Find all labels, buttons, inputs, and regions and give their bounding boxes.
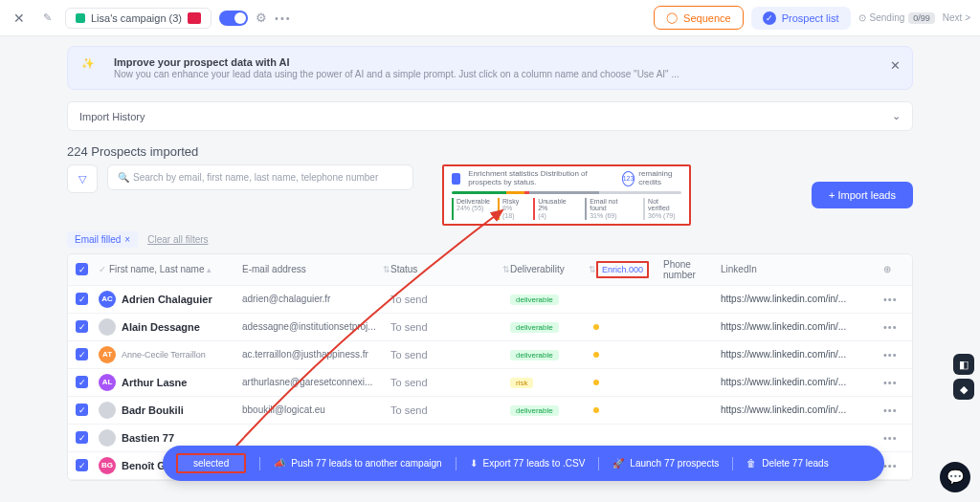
col-status[interactable]: Status <box>390 264 417 274</box>
prospect-name[interactable]: Alain Dessagne <box>122 321 200 333</box>
row-more-icon[interactable]: ••• <box>883 377 902 388</box>
download-icon: ⬇ <box>470 458 478 469</box>
widget-1[interactable]: ◧ <box>953 354 974 375</box>
sending-label: Sending <box>870 12 905 23</box>
avatar <box>99 402 116 419</box>
stat-cat-name: Unusable 2% <box>538 198 577 212</box>
more-icon[interactable]: ••• <box>275 12 292 24</box>
avatar: AL <box>99 374 116 391</box>
row-checkbox[interactable]: ✓ <box>76 376 88 388</box>
dollar-icon: ⊙ <box>858 12 866 23</box>
prospect-name[interactable]: Arthur Lasne <box>122 377 187 388</box>
search-input[interactable]: 🔍Search by email, first name, last name,… <box>107 164 413 190</box>
prospect-status: To send <box>390 377 510 388</box>
col-deliverability[interactable]: Deliverability <box>510 264 565 274</box>
linkedin-link[interactable]: https://www.linkedin.com/in/... <box>721 377 883 387</box>
sort-icon[interactable]: ▴ <box>207 265 212 274</box>
row-checkbox[interactable]: ✓ <box>76 320 88 333</box>
linkedin-link[interactable]: https://www.linkedin.com/in/... <box>721 321 883 332</box>
bulk-action-bar: selected 📣Push 77 leads to another campa… <box>163 446 884 481</box>
prospect-email: arthurlasne@garesetconnexi... <box>242 377 390 387</box>
table-row: ✓Badr Boukilibboukili@logicat.euTo sendd… <box>68 397 912 425</box>
table-row: ✓ATAnne-Cecile Terraillonac.terraillon@j… <box>68 341 912 369</box>
close-icon[interactable]: ✕ <box>10 11 29 26</box>
col-phone[interactable]: Phone number <box>663 259 721 280</box>
stat-cat-value: 31% (69) <box>590 212 616 219</box>
ai-info-banner: ✨ Improve your prospect data with AI Now… <box>67 46 913 90</box>
filter-chip-email-filled[interactable]: Email filled × <box>67 231 138 248</box>
chevron-down-icon: ⌄ <box>892 110 901 122</box>
sequence-button[interactable]: ◯ Sequence <box>654 6 744 30</box>
stat-cat-name: Risky <box>502 198 525 206</box>
prospect-email: adessagne@institutionsetproj... <box>242 321 390 332</box>
chat-launcher[interactable]: 💬 <box>940 462 970 492</box>
banner-close-icon[interactable]: ✕ <box>890 58 901 73</box>
prospect-name[interactable]: Bastien 77 <box>122 432 174 444</box>
import-history-accordion[interactable]: Import History ⌄ <box>67 101 913 131</box>
linkedin-link[interactable]: https://www.linkedin.com/in/... <box>721 349 883 360</box>
row-more-icon[interactable]: ••• <box>883 349 902 360</box>
campaign-name: Lisa's campaign (3) <box>91 12 182 24</box>
floating-widgets: ◧ ◆ <box>953 354 974 400</box>
clock-icon: ◯ <box>666 11 678 24</box>
col-name[interactable]: First name, Last name <box>109 264 204 274</box>
row-more-icon[interactable]: ••• <box>883 321 902 333</box>
add-column-icon[interactable]: ⊕ <box>883 264 891 274</box>
col-enrich[interactable]: Enrich.000 <box>596 261 649 278</box>
prospect-list-button[interactable]: ✓ Prospect list <box>751 7 851 30</box>
stat-cat-value: 24% (55) <box>457 205 483 211</box>
row-more-icon[interactable]: ••• <box>883 432 902 444</box>
launch-prospects-button[interactable]: 🚀Launch 77 prospects <box>612 458 719 469</box>
campaign-toggle[interactable] <box>219 11 248 26</box>
settings-icon[interactable]: ⚙ <box>256 11 267 25</box>
row-more-icon[interactable]: ••• <box>883 294 902 305</box>
row-more-icon[interactable]: ••• <box>883 404 902 416</box>
clear-filters-link[interactable]: Clear all filters <box>147 234 208 245</box>
prospect-email: adrien@chalaguier.fr <box>242 294 390 304</box>
prospect-status: To send <box>390 404 510 416</box>
banner-title: Improve your prospect data with AI <box>114 56 679 68</box>
row-checkbox[interactable]: ✓ <box>76 404 88 416</box>
credits-count: 123 <box>622 171 635 186</box>
avatar <box>99 318 116 336</box>
wand-icon[interactable]: ✎ <box>36 8 57 29</box>
linkedin-link[interactable]: https://www.linkedin.com/in/... <box>721 294 883 304</box>
sending-status: ⊙ Sending 0/99 <box>858 12 935 24</box>
avatar: BG <box>99 457 116 474</box>
import-leads-button[interactable]: + Import leads <box>812 182 913 208</box>
push-leads-button[interactable]: 📣Push 77 leads to another campaign <box>274 458 441 469</box>
row-more-icon[interactable]: ••• <box>883 460 902 471</box>
row-checkbox[interactable]: ✓ <box>76 293 88 305</box>
col-linkedin[interactable]: LinkedIn <box>721 264 757 274</box>
filter-button[interactable]: ▽ <box>67 164 98 193</box>
delete-leads-button[interactable]: 🗑Delete 77 leads <box>746 458 829 469</box>
linkedin-link[interactable]: https://www.linkedin.com/in/... <box>721 404 883 415</box>
remove-chip-icon[interactable]: × <box>124 234 130 245</box>
avatar <box>99 429 116 447</box>
select-all-checkbox[interactable]: ✓ <box>76 263 88 275</box>
stat-cat-value: (4) <box>538 212 546 219</box>
col-email[interactable]: E-mail address <box>242 264 306 274</box>
row-checkbox[interactable]: ✓ <box>76 431 88 444</box>
row-checkbox[interactable]: ✓ <box>76 459 88 471</box>
campaign-selector[interactable]: Lisa's campaign (3) <box>65 8 212 29</box>
megaphone-icon: 📣 <box>274 458 285 469</box>
prospect-name[interactable]: Badr Boukili <box>122 404 184 416</box>
prospect-name[interactable]: Adrien Chalaguier <box>122 294 212 305</box>
deliverability-badge: deliverable <box>510 295 559 305</box>
prospect-email: bboukili@logicat.eu <box>242 404 390 415</box>
prospect-name[interactable]: Anne-Cecile Terraillon <box>122 350 206 360</box>
next-button[interactable]: Next > <box>943 12 970 23</box>
widget-2[interactable]: ◆ <box>953 379 974 400</box>
funnel-icon: ▽ <box>78 173 86 186</box>
banner-subtitle: Now you can enhance your lead data using… <box>114 69 679 79</box>
export-csv-button[interactable]: ⬇Export 77 leads to .CSV <box>470 458 586 469</box>
prospect-status: To send <box>390 294 510 305</box>
deliverability-badge: deliverable <box>510 322 559 333</box>
table-row: ✓ACAdrien Chalaguieradrien@chalaguier.fr… <box>68 286 912 314</box>
stat-cat-name: Not verified <box>648 198 681 212</box>
prospects-count: 224 Prospects imported <box>67 144 913 159</box>
deliverability-badge: risk <box>510 378 533 388</box>
rocket-icon: 🚀 <box>612 458 624 469</box>
row-checkbox[interactable]: ✓ <box>76 348 88 360</box>
